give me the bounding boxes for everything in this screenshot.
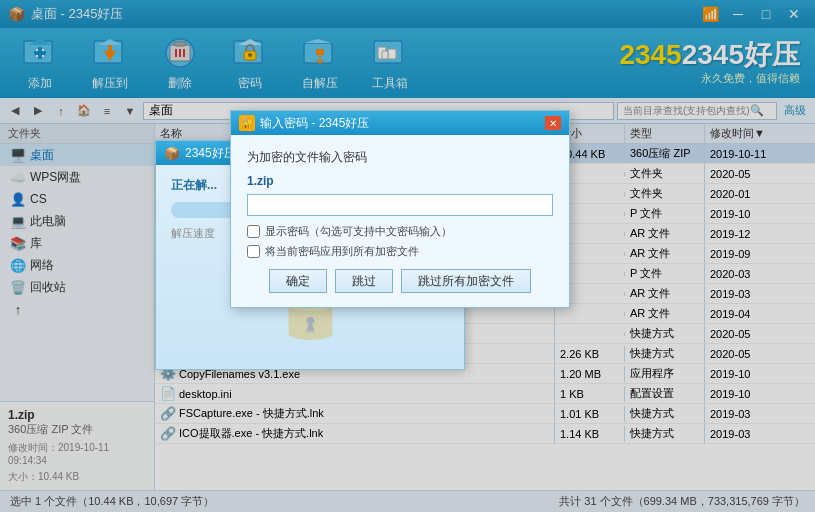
pwd-filename: 1.zip bbox=[247, 174, 553, 188]
pwd-apply-checkbox-row: 将当前密码应用到所有加密文件 bbox=[247, 244, 553, 259]
pwd-show-label: 显示密码（勾选可支持中文密码输入） bbox=[265, 224, 452, 239]
pwd-skip-all-button[interactable]: 跳过所有加密文件 bbox=[401, 269, 531, 293]
pwd-show-checkbox-row: 显示密码（勾选可支持中文密码输入） bbox=[247, 224, 553, 239]
pwd-prompt: 为加密的文件输入密码 bbox=[247, 149, 553, 166]
pwd-input[interactable] bbox=[247, 194, 553, 216]
pwd-apply-checkbox[interactable] bbox=[247, 245, 260, 258]
progress-overlay: 📦 2345好压 ─ □ 正在解... 0% 解压速度 🔒 🔐 输入密码 - 2… bbox=[0, 0, 815, 512]
pwd-title: 输入密码 - 2345好压 bbox=[260, 115, 369, 132]
pwd-close-button[interactable]: ✕ bbox=[545, 116, 561, 130]
pwd-title-icon: 🔐 bbox=[239, 115, 255, 131]
pwd-skip-button[interactable]: 跳过 bbox=[335, 269, 393, 293]
pwd-buttons: 确定 跳过 跳过所有加密文件 bbox=[247, 269, 553, 297]
pwd-body: 为加密的文件输入密码 1.zip 显示密码（勾选可支持中文密码输入） 将当前密码… bbox=[231, 135, 569, 307]
password-dialog: 🔐 输入密码 - 2345好压 ✕ 为加密的文件输入密码 1.zip 显示密码（… bbox=[230, 110, 570, 308]
pwd-show-checkbox[interactable] bbox=[247, 225, 260, 238]
pwd-apply-label: 将当前密码应用到所有加密文件 bbox=[265, 244, 419, 259]
progress-title: 2345好压 bbox=[185, 145, 236, 162]
pwd-title-bar: 🔐 输入密码 - 2345好压 ✕ bbox=[231, 111, 569, 135]
pwd-ok-button[interactable]: 确定 bbox=[269, 269, 327, 293]
